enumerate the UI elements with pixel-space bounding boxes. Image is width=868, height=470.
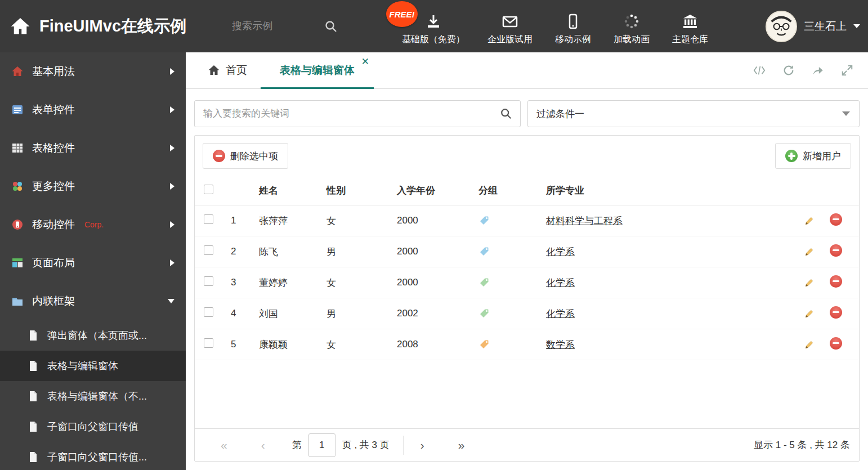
add-button-label: 新增用户 xyxy=(803,150,841,163)
edit-icon[interactable] xyxy=(804,277,825,288)
sidebar-subitem-label: 表格与编辑窗体（不... xyxy=(47,390,147,403)
refresh-icon[interactable] xyxy=(782,64,795,77)
next-page-icon[interactable]: › xyxy=(404,438,441,452)
edit-icon[interactable] xyxy=(804,247,825,257)
sidebar-item-6[interactable]: 内联框架 xyxy=(0,282,186,320)
brand: FineUIMvc在线示例 xyxy=(0,15,232,38)
cell-name: 张萍萍 xyxy=(254,214,322,227)
sidebar-subitem[interactable]: 子窗口向父窗口传值... xyxy=(0,442,186,470)
chevron-down-icon xyxy=(842,111,850,116)
major-link[interactable]: 材料科学与工程系 xyxy=(546,216,623,226)
sidebar-subitem-label: 子窗口向父窗口传值... xyxy=(47,450,147,464)
header-nav: 基础版（免费） 企业版试用 移动示例 加载动画 主题仓库 xyxy=(402,7,708,46)
widgets-icon xyxy=(11,180,24,193)
sidebar-subitem[interactable]: 表格与编辑窗体 xyxy=(0,351,186,381)
free-badge: FREE! xyxy=(386,1,418,27)
prev-page-icon[interactable]: ‹ xyxy=(244,438,282,452)
row-checkbox[interactable] xyxy=(204,307,213,317)
tab-grid-edit-window[interactable]: 表格与编辑窗体 ✕ xyxy=(261,52,374,88)
fullscreen-icon[interactable] xyxy=(841,64,853,77)
tab-label: 首页 xyxy=(226,63,247,78)
sidebar-subitem[interactable]: 子窗口向父窗口传值 xyxy=(0,411,186,442)
table-row: 1 张萍萍 女 2000 材料科学与工程系 xyxy=(195,205,859,236)
sidebar-item-label: 基本用法 xyxy=(32,64,75,79)
home-icon xyxy=(10,16,30,37)
page-label-before: 第 xyxy=(292,438,302,451)
edit-icon[interactable] xyxy=(804,308,825,319)
chevron-right-icon xyxy=(170,259,175,266)
header-nav-item[interactable]: 企业版试用 xyxy=(487,13,533,46)
cell-gender: 女 xyxy=(322,338,392,351)
header-nav-item[interactable]: 移动示例 xyxy=(555,13,591,46)
sidebar-item-5[interactable]: 页面布局 xyxy=(0,244,186,282)
first-page-icon[interactable]: « xyxy=(204,438,244,452)
delete-icon[interactable] xyxy=(830,275,842,288)
delete-icon[interactable] xyxy=(830,244,842,257)
sidebar-item-1[interactable]: 表单控件 xyxy=(0,91,186,129)
sidebar-item-badge: Corp. xyxy=(84,220,104,229)
page-icon xyxy=(27,360,39,372)
major-link[interactable]: 数学系 xyxy=(546,339,575,350)
major-link[interactable]: 化学系 xyxy=(546,247,575,257)
delete-icon[interactable] xyxy=(830,337,842,350)
user-menu[interactable]: 三生石上 xyxy=(766,0,860,52)
form-icon xyxy=(11,104,24,116)
cell-year: 2002 xyxy=(392,308,474,319)
source-code-icon[interactable] xyxy=(753,64,766,77)
row-checkbox[interactable] xyxy=(204,214,213,224)
major-link[interactable]: 化学系 xyxy=(546,277,575,288)
user-name: 三生石上 xyxy=(804,19,847,34)
filter-dropdown[interactable]: 过滤条件一 xyxy=(527,100,860,127)
add-user-button[interactable]: 新增用户 xyxy=(775,143,851,169)
sidebar-item-4[interactable]: 移动控件 Corp. xyxy=(0,205,186,244)
sidebar-item-3[interactable]: 更多控件 xyxy=(0,167,186,205)
tag-icon xyxy=(478,308,542,319)
avatar[interactable] xyxy=(766,11,797,42)
grid-toolbar: 删除选中项 新增用户 xyxy=(195,136,859,176)
last-page-icon[interactable]: » xyxy=(441,438,482,452)
table-row: 3 董婷婷 女 2000 化学系 xyxy=(195,267,859,298)
cell-name: 董婷婷 xyxy=(254,276,322,289)
cell-gender: 女 xyxy=(322,276,392,289)
row-index: 5 xyxy=(226,339,254,350)
header-nav-item[interactable]: 主题仓库 xyxy=(672,13,708,46)
sidebar-subitem[interactable]: 表格与编辑窗体（不... xyxy=(0,381,186,411)
column-header-gender: 性别 xyxy=(322,184,392,197)
cell-year: 2000 xyxy=(392,246,474,257)
sidebar-item-2[interactable]: 表格控件 xyxy=(0,129,186,167)
edit-icon[interactable] xyxy=(804,216,825,226)
major-link[interactable]: 化学系 xyxy=(546,308,575,319)
delete-icon[interactable] xyxy=(830,213,842,226)
tab-home[interactable]: 首页 xyxy=(194,52,261,88)
sidebar-item-label: 表格控件 xyxy=(32,141,75,155)
mobile-red-icon xyxy=(11,218,24,231)
row-checkbox[interactable] xyxy=(204,276,213,286)
sidebar-subitem[interactable]: 弹出窗体（本页面或... xyxy=(0,320,186,351)
table-header-row: 姓名 性别 入学年份 分组 所学专业 xyxy=(195,176,859,205)
close-icon[interactable]: ✕ xyxy=(361,57,369,66)
header-nav-item[interactable]: 加载动画 xyxy=(614,13,650,46)
row-checkbox[interactable] xyxy=(204,245,213,255)
nav-label: 加载动画 xyxy=(614,34,650,46)
filter-row: 过滤条件一 xyxy=(186,89,868,135)
table-row: 5 康颖颖 女 2008 数学系 xyxy=(195,329,859,360)
row-index: 3 xyxy=(226,277,254,288)
row-checkbox[interactable] xyxy=(204,338,213,348)
header-search-input[interactable] xyxy=(232,20,305,32)
sidebar-item-0[interactable]: 基本用法 xyxy=(0,52,186,91)
delete-icon[interactable] xyxy=(830,306,842,319)
search-icon[interactable] xyxy=(324,20,338,33)
page-icon xyxy=(27,329,39,342)
delete-selected-button[interactable]: 删除选中项 xyxy=(203,143,288,169)
cell-year: 2000 xyxy=(392,215,474,226)
sidebar-subitem-label: 子窗口向父窗口传值 xyxy=(47,420,138,433)
page-number-input[interactable] xyxy=(308,433,335,457)
select-all-checkbox[interactable] xyxy=(204,185,213,194)
keyword-search-input[interactable] xyxy=(195,108,520,119)
search-icon[interactable] xyxy=(500,108,512,120)
record-summary: 显示 1 - 5 条 , 共 12 条 xyxy=(754,438,850,451)
open-new-window-icon[interactable] xyxy=(812,64,824,77)
edit-icon[interactable] xyxy=(804,339,825,350)
delete-button-label: 删除选中项 xyxy=(230,150,278,163)
sidebar-item-label: 更多控件 xyxy=(32,179,75,194)
